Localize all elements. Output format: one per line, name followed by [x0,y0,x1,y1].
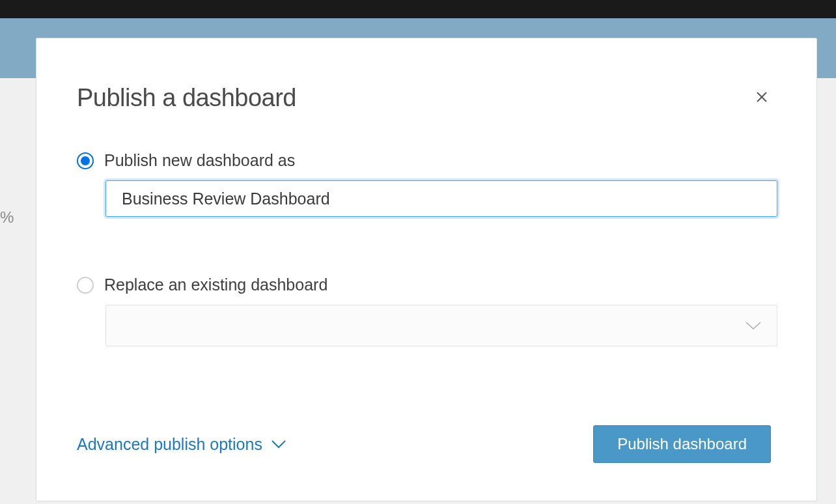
chevron-down-icon [744,320,762,331]
modal-footer: Advanced publish options Publish dashboa… [77,425,771,463]
modal-header: Publish a dashboard [77,84,771,112]
chevron-down-icon [270,439,287,449]
publish-dashboard-modal: Publish a dashboard Publish new dashboar… [36,38,817,501]
publish-new-label: Publish new dashboard as [104,151,295,170]
dashboard-name-input[interactable] [105,180,777,217]
advanced-publish-options-link[interactable]: Advanced publish options [77,435,287,454]
publish-new-option-row: Publish new dashboard as [77,151,771,170]
existing-dashboard-select[interactable] [105,305,777,346]
top-bar [0,0,836,18]
replace-existing-option-row: Replace an existing dashboard [77,275,771,294]
publish-dashboard-button[interactable]: Publish dashboard [593,425,771,463]
replace-existing-option-group: Replace an existing dashboard [77,275,771,346]
replace-existing-radio[interactable] [77,277,94,294]
modal-title: Publish a dashboard [77,84,296,112]
publish-new-option-group: Publish new dashboard as [77,151,771,217]
modal-overlay: Publish a dashboard Publish new dashboar… [0,18,836,504]
advanced-link-label: Advanced publish options [77,435,262,454]
close-button[interactable] [753,88,771,108]
close-icon [755,91,768,104]
replace-existing-label: Replace an existing dashboard [104,275,327,294]
publish-new-radio[interactable] [77,152,94,169]
